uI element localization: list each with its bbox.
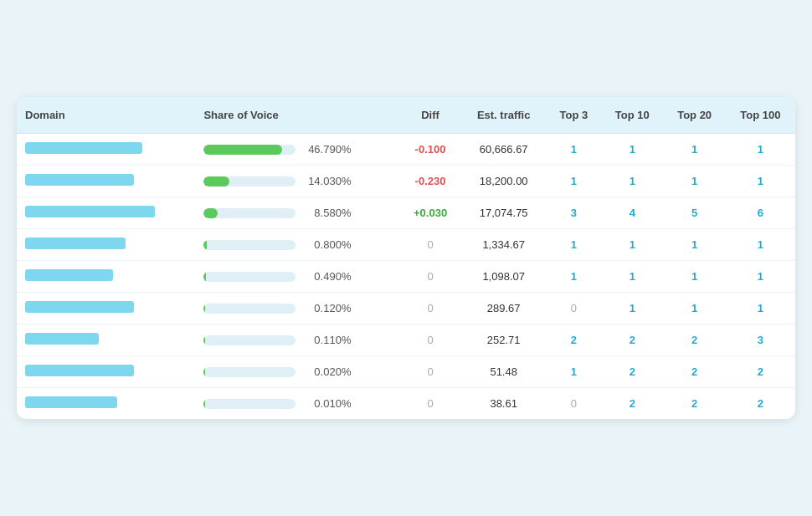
col-share-of-voice: Share of Voice [195, 97, 399, 134]
domain-cell [17, 388, 195, 420]
table-row: 0.110%0252.712223 [17, 324, 795, 356]
diff-cell: +0.030 [399, 197, 460, 229]
col-top20: Top 20 [663, 97, 725, 134]
top20-cell: 5 [663, 197, 725, 229]
domain-cell [17, 134, 195, 166]
sov-percent: 0.110% [302, 334, 351, 346]
main-card: Domain Share of Voice Diff Est. traffic … [17, 97, 795, 419]
top100-cell: 1 [726, 293, 795, 324]
col-est-traffic: Est. traffic [461, 97, 547, 134]
col-top10: Top 10 [601, 97, 663, 134]
diff-cell: -0.100 [399, 134, 460, 166]
col-diff: Diff [399, 97, 460, 134]
top10-cell: 2 [601, 356, 663, 388]
diff-cell: -0.230 [399, 166, 460, 197]
est-traffic-cell: 289.67 [461, 293, 547, 324]
domain-cell [17, 293, 195, 324]
top100-cell: 1 [726, 229, 795, 261]
top10-cell: 1 [601, 166, 663, 197]
top100-cell: 1 [726, 261, 795, 293]
table-row: 0.010%038.610222 [17, 388, 795, 420]
top10-cell: 1 [601, 229, 663, 261]
top3-cell: 1 [547, 356, 602, 388]
domain-cell [17, 356, 195, 388]
table-row: 14.030%-0.23018,200.001111 [17, 166, 795, 197]
top100-cell: 6 [726, 197, 795, 229]
top20-cell: 1 [663, 293, 725, 324]
table-row: 0.800%01,334.671111 [17, 229, 795, 261]
est-traffic-cell: 1,334.67 [461, 229, 547, 261]
domain-cell [17, 197, 195, 229]
top10-cell: 1 [601, 134, 663, 166]
diff-cell: 0 [399, 356, 460, 388]
top10-cell: 1 [601, 293, 663, 324]
top100-cell: 2 [726, 388, 795, 420]
diff-cell: 0 [399, 229, 460, 261]
top10-cell: 1 [601, 261, 663, 293]
top100-cell: 2 [726, 356, 795, 388]
sov-percent: 0.800% [302, 238, 351, 251]
top3-cell: 2 [547, 324, 602, 356]
top3-cell: 1 [547, 229, 602, 261]
top10-cell: 2 [601, 324, 663, 356]
est-traffic-cell: 18,200.00 [461, 166, 547, 197]
sov-cell: 0.020% [195, 356, 399, 388]
top3-cell: 3 [547, 197, 602, 229]
table-row: 8.580%+0.03017,074.753456 [17, 197, 795, 229]
sov-percent: 0.120% [302, 302, 351, 314]
est-traffic-cell: 60,666.67 [461, 134, 547, 166]
top20-cell: 1 [663, 166, 725, 197]
top3-cell: 1 [547, 166, 602, 197]
top3-cell: 0 [547, 388, 602, 420]
est-traffic-cell: 51.48 [461, 356, 547, 388]
top10-cell: 2 [601, 388, 663, 420]
top3-cell: 1 [547, 261, 602, 293]
top20-cell: 1 [663, 261, 725, 293]
domain-cell [17, 229, 195, 261]
sov-percent: 8.580% [302, 207, 351, 219]
sov-cell: 0.110% [195, 324, 399, 356]
table-row: 0.020%051.481222 [17, 356, 795, 388]
top100-cell: 1 [726, 166, 795, 197]
top20-cell: 2 [663, 324, 725, 356]
domain-cell [17, 261, 195, 293]
top3-cell: 1 [547, 134, 602, 166]
sov-percent: 0.020% [302, 365, 351, 378]
sov-cell: 0.120% [195, 293, 399, 324]
table-row: 0.120%0289.670111 [17, 293, 795, 324]
col-top3: Top 3 [547, 97, 602, 134]
sov-percent: 14.030% [302, 175, 351, 187]
table-row: 0.490%01,098.071111 [17, 261, 795, 293]
top20-cell: 2 [663, 356, 725, 388]
table-row: 46.790%-0.10060,666.671111 [17, 134, 795, 166]
top20-cell: 1 [663, 229, 725, 261]
diff-cell: 0 [399, 261, 460, 293]
sov-cell: 46.790% [195, 134, 399, 166]
domain-cell [17, 166, 195, 197]
top3-cell: 0 [547, 293, 602, 324]
est-traffic-cell: 252.71 [461, 324, 547, 356]
col-domain: Domain [17, 97, 195, 134]
top100-cell: 3 [726, 324, 795, 356]
sov-percent: 0.490% [302, 270, 351, 283]
est-traffic-cell: 38.61 [461, 388, 547, 420]
diff-cell: 0 [399, 388, 460, 420]
domain-cell [17, 324, 195, 356]
sov-cell: 14.030% [195, 166, 399, 197]
diff-cell: 0 [399, 324, 460, 356]
top100-cell: 1 [726, 134, 795, 166]
sov-cell: 8.580% [195, 197, 399, 229]
top20-cell: 2 [663, 388, 725, 420]
sov-cell: 0.010% [195, 388, 399, 420]
sov-cell: 0.490% [195, 261, 399, 293]
col-top100: Top 100 [726, 97, 795, 134]
sov-percent: 46.790% [302, 143, 351, 156]
top10-cell: 4 [601, 197, 663, 229]
top20-cell: 1 [663, 134, 725, 166]
est-traffic-cell: 17,074.75 [461, 197, 547, 229]
sov-cell: 0.800% [195, 229, 399, 261]
est-traffic-cell: 1,098.07 [461, 261, 547, 293]
diff-cell: 0 [399, 293, 460, 324]
sov-percent: 0.010% [302, 397, 351, 410]
sov-table: Domain Share of Voice Diff Est. traffic … [17, 97, 795, 419]
